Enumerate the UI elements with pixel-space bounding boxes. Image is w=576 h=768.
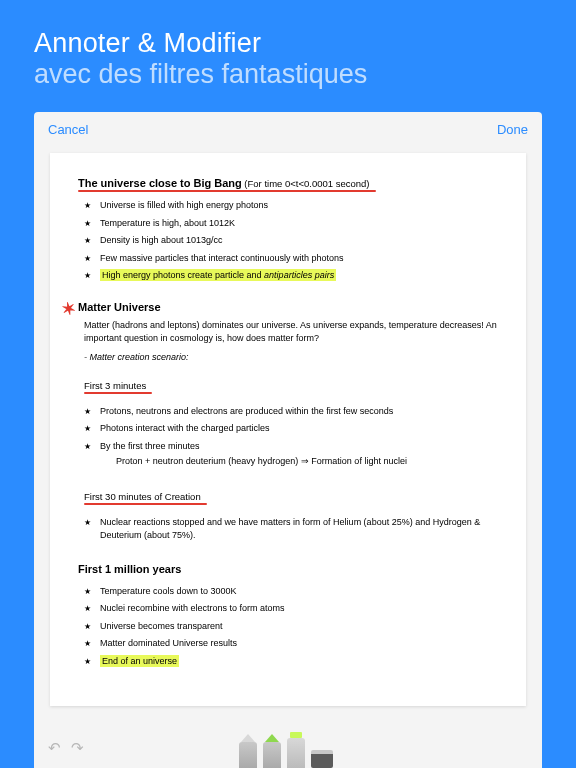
cancel-button[interactable]: Cancel bbox=[48, 122, 88, 137]
list-item: By the first three minutesProton + neutr… bbox=[84, 438, 498, 471]
indent-line: Proton + neutron deuterium (heavy hydrog… bbox=[100, 455, 498, 469]
list-item: High energy photons create particle and … bbox=[84, 267, 498, 285]
bullet-list-2: Protons, neutrons and electrons are prod… bbox=[84, 403, 498, 471]
bullet-list-4: Temperature cools down to 3000K Nuclei r… bbox=[84, 583, 498, 671]
matter-paragraph: Matter (hadrons and leptons) dominates o… bbox=[84, 319, 498, 346]
done-button[interactable]: Done bbox=[497, 122, 528, 137]
list-item: Temperature cools down to 3000K bbox=[84, 583, 498, 601]
list-item: Universe becomes transparent bbox=[84, 618, 498, 636]
subheading-first3: First 3 minutes bbox=[84, 380, 146, 391]
doc-heading-2: Matter Universe bbox=[78, 301, 161, 313]
bullet-list-1: Universe is filled with high energy phot… bbox=[84, 197, 498, 285]
list-item: Nuclei recombine with electrons to form … bbox=[84, 600, 498, 618]
matter-section: ✶ Matter Universe bbox=[78, 301, 498, 313]
list-item: Few massive particles that interact cont… bbox=[84, 250, 498, 268]
heading-sub: (For time 0<t<0.0001 second) bbox=[244, 178, 369, 189]
doc-heading-1: The universe close to Big Bang (For time… bbox=[78, 177, 370, 189]
list-item: Nuclear reactions stopped and we have ma… bbox=[84, 514, 498, 545]
list-item: End of an universe bbox=[84, 653, 498, 671]
heading-text: The universe close to Big Bang bbox=[78, 177, 242, 189]
list-item: Temperature is high, about 1012K bbox=[84, 215, 498, 233]
list-item: Photons interact with the charged partic… bbox=[84, 420, 498, 438]
promo-header: Annoter & Modifier avec des filtres fant… bbox=[0, 0, 576, 98]
list-item: Density is high about 1013g/cc bbox=[84, 232, 498, 250]
promo-title: Annoter & Modifier bbox=[34, 28, 542, 59]
annotate-toolbar: ↶ ↷ bbox=[34, 728, 542, 768]
highlighter-tool[interactable] bbox=[287, 738, 305, 768]
editor-toolbar: Cancel Done bbox=[34, 112, 542, 145]
pencil-tool[interactable] bbox=[239, 742, 257, 768]
eraser-tool[interactable] bbox=[311, 750, 333, 768]
undo-button[interactable]: ↶ bbox=[48, 739, 61, 757]
list-item: Matter dominated Universe results bbox=[84, 635, 498, 653]
hand-star-icon: ✶ bbox=[60, 297, 78, 320]
redo-button[interactable]: ↷ bbox=[71, 739, 84, 757]
highlight: High energy photons create particle and … bbox=[100, 269, 336, 281]
subheading-first30: First 30 minutes of Creation bbox=[84, 491, 201, 502]
doc-heading-3: First 1 million years bbox=[78, 563, 181, 575]
list-item: Protons, neutrons and electrons are prod… bbox=[84, 403, 498, 421]
bullet-list-3: Nuclear reactions stopped and we have ma… bbox=[84, 514, 498, 545]
undo-redo-group: ↶ ↷ bbox=[48, 739, 84, 757]
list-item: Universe is filled with high energy phot… bbox=[84, 197, 498, 215]
drawing-tools bbox=[239, 728, 333, 768]
document-page: The universe close to Big Bang (For time… bbox=[50, 153, 526, 706]
pencil-green-tool[interactable] bbox=[263, 742, 281, 768]
highlight: End of an universe bbox=[100, 655, 179, 667]
scenario-label: - Matter creation scenario: bbox=[84, 352, 498, 362]
app-screen: Cancel Done The universe close to Big Ba… bbox=[34, 112, 542, 768]
promo-subtitle: avec des filtres fantastiques bbox=[34, 59, 542, 90]
